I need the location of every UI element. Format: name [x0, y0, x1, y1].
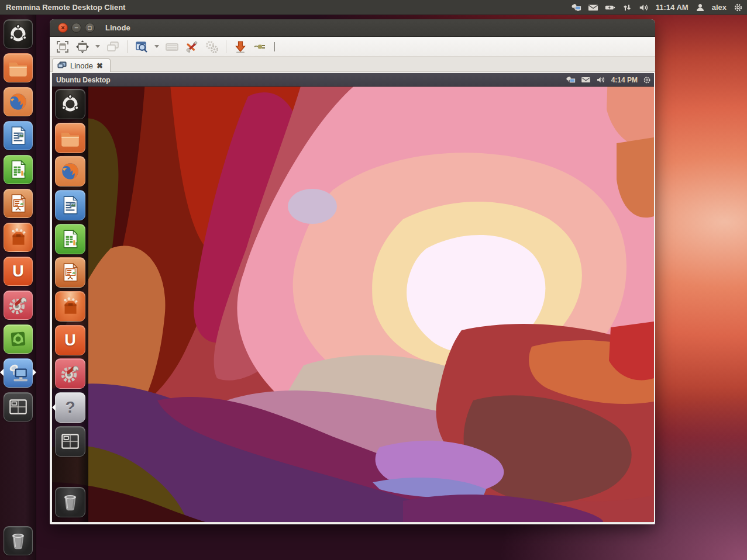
software-center-bag-icon	[59, 295, 81, 317]
ubuntu-logo-icon	[7, 23, 29, 45]
fit-window-icon	[75, 40, 89, 54]
window-close-button[interactable]: ×	[58, 23, 68, 33]
remote-launcher-item-firefox[interactable]	[55, 156, 85, 186]
window-maximize-button[interactable]: ▢	[85, 23, 95, 33]
host-clock[interactable]: 11:14 AM	[656, 3, 689, 12]
tools-button[interactable]	[184, 39, 200, 55]
tab-linode[interactable]: Linode ✖	[52, 58, 111, 72]
scaled-mode-dropdown-caret[interactable]	[154, 45, 159, 48]
mail-indicator-icon[interactable]	[588, 3, 598, 12]
remote-launcher-item-libreoffice-calc[interactable]	[55, 224, 85, 254]
fit-window-button[interactable]	[74, 39, 91, 55]
remote-rdp-indicator-icon[interactable]	[566, 76, 576, 84]
battery-indicator-icon[interactable]	[605, 3, 615, 12]
firefox-icon	[7, 91, 29, 113]
trash-bin-icon	[7, 530, 29, 552]
toggle-scaled-mode-button[interactable]	[133, 39, 150, 55]
launcher-item-system-settings[interactable]	[4, 291, 33, 320]
ubuntu-logo-icon	[59, 93, 81, 115]
wrench-screwdriver-icon	[185, 40, 199, 54]
active-app-title: Remmina Remote Desktop Client	[0, 3, 125, 12]
grab-keyboard-button[interactable]	[164, 39, 180, 55]
remote-launcher-item-trash[interactable]	[55, 487, 85, 517]
orange-down-arrow-icon	[233, 40, 247, 54]
settings-gears-button[interactable]	[204, 39, 220, 55]
remote-launcher-item-system-settings[interactable]	[55, 358, 85, 389]
ubuntu-one-letter: U	[12, 262, 24, 281]
firefox-icon	[59, 160, 81, 182]
disconnect-button[interactable]	[252, 39, 268, 55]
remote-clock[interactable]: 4:14 PM	[611, 76, 638, 84]
volume-indicator-icon[interactable]	[639, 3, 649, 12]
connection-tabbar: Linode ✖	[50, 57, 655, 72]
calc-spreadsheet-icon	[59, 228, 81, 250]
minimize-to-tray-button[interactable]	[232, 39, 249, 55]
remote-launcher-item-ubuntu-one[interactable]: U	[55, 325, 85, 355]
launcher-item-ubuntu-software-center[interactable]	[4, 223, 33, 252]
duplicate-connection-button[interactable]	[105, 39, 121, 55]
fit-window-dropdown-caret[interactable]	[95, 45, 100, 48]
unknown-window-glyph: ?	[65, 398, 75, 417]
launcher-item-libreoffice-impress[interactable]	[4, 189, 33, 218]
writer-document-icon	[7, 125, 29, 147]
remote-launcher-item-unknown-window[interactable]: ?	[55, 392, 85, 423]
remote-unity-launcher: U ?	[52, 87, 88, 522]
user-icon[interactable]	[695, 3, 705, 12]
remote-launcher-item-libreoffice-impress[interactable]	[55, 257, 85, 288]
remote-desktop-content[interactable]: Ubuntu Desktop 4:14 PM	[52, 73, 654, 522]
remote-desktop-indicator-icon[interactable]	[571, 3, 581, 12]
launcher-item-libreoffice-calc[interactable]	[4, 155, 33, 184]
host-top-panel: Remmina Remote Desktop Client 11:14 AM a…	[0, 0, 747, 15]
remote-volume-indicator-icon[interactable]	[596, 76, 606, 84]
launcher-item-libreoffice-writer[interactable]	[4, 121, 33, 150]
window-title: Linode	[105, 23, 130, 32]
remmina-dish-monitor-icon	[7, 362, 29, 384]
folder-icon	[59, 127, 81, 149]
keyboard-icon	[165, 40, 179, 54]
gear-wrench-icon	[59, 362, 81, 385]
tab-close-icon[interactable]: ✖	[97, 62, 103, 70]
launcher-item-workspace-switcher[interactable]	[4, 392, 33, 421]
remote-launcher-item-libreoffice-writer[interactable]	[55, 190, 85, 220]
gear-wrench-icon	[7, 294, 29, 316]
unknown-window-running-indicator-arrow	[52, 404, 56, 411]
launcher-item-firefox[interactable]	[4, 87, 33, 116]
remote-session-gear-icon[interactable]	[643, 76, 651, 84]
updater-icon	[7, 328, 29, 350]
session-gear-icon[interactable]	[733, 3, 743, 12]
remote-mail-indicator-icon[interactable]	[581, 76, 591, 84]
remote-desktop-title: Ubuntu Desktop	[52, 76, 111, 84]
launcher-item-remmina[interactable]	[4, 358, 33, 388]
remote-top-panel[interactable]: Ubuntu Desktop 4:14 PM	[52, 73, 654, 87]
launcher-item-trash[interactable]	[4, 526, 33, 555]
launcher-item-files[interactable]	[4, 53, 33, 82]
remote-launcher-item-ubuntu-software-center[interactable]	[55, 291, 85, 322]
toolbar-text-cursor	[274, 42, 275, 51]
writer-document-icon	[59, 194, 81, 216]
remmina-window: × – ▢ Linode	[50, 19, 655, 524]
fullscreen-icon	[56, 40, 70, 54]
launcher-item-ubuntu-one[interactable]: U	[4, 257, 33, 286]
remote-desktop-view[interactable]: Ubuntu Desktop 4:14 PM	[51, 72, 654, 523]
remmina-running-indicator-arrow	[0, 369, 4, 376]
impress-presentation-icon	[59, 261, 81, 284]
trash-bin-icon	[59, 491, 81, 513]
remote-wallpaper	[52, 73, 654, 522]
ubuntu-one-letter: U	[64, 331, 76, 350]
network-indicator-icon[interactable]	[622, 3, 632, 12]
toolbar-separator	[127, 40, 128, 53]
remote-launcher-item-workspace-switcher[interactable]	[55, 426, 85, 457]
launcher-item-software-updater[interactable]	[4, 324, 33, 354]
host-username[interactable]: alex	[712, 3, 727, 12]
window-minimize-button[interactable]: –	[71, 23, 81, 33]
plug-icon	[253, 40, 267, 54]
software-center-bag-icon	[7, 226, 29, 248]
launcher-item-dash-home[interactable]	[4, 19, 33, 49]
scaled-mode-magnifier-icon	[135, 40, 149, 54]
workspace-grid-icon	[7, 396, 29, 418]
remote-launcher-item-dash-home[interactable]	[55, 89, 85, 119]
remote-launcher-item-files[interactable]	[55, 123, 85, 153]
toggle-fullscreen-button[interactable]	[54, 39, 71, 55]
window-titlebar[interactable]: × – ▢ Linode	[50, 19, 655, 37]
toolbar-separator	[226, 40, 226, 53]
